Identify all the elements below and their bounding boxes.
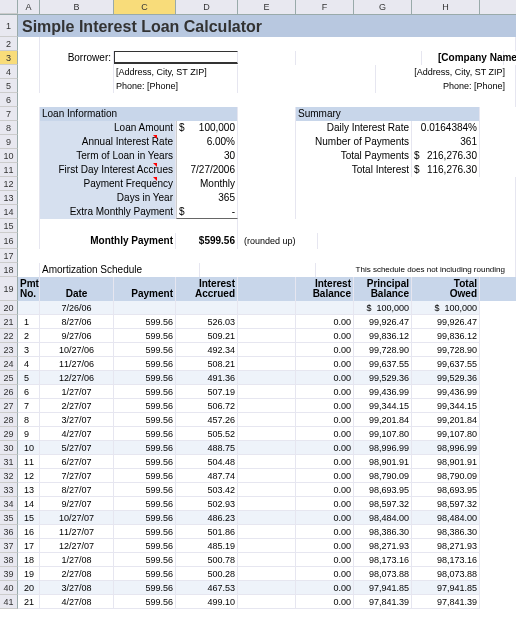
summary-label-2: Total Payments [296,149,412,163]
pmt-date: 2/27/08 [40,567,114,581]
row-header-26[interactable]: 26 [0,385,18,399]
row-header-36[interactable]: 36 [0,525,18,539]
row-header-2[interactable]: 2 [0,37,18,51]
int-accrued: 500.28 [176,567,238,581]
init-owed: $ 100,000 [412,301,480,315]
row-header-1[interactable]: 1 [0,15,18,37]
loan-value-4[interactable]: Monthly [176,177,238,191]
col-header-h[interactable]: H [412,0,480,14]
col-header-a[interactable]: A [18,0,40,14]
row-header-6[interactable]: 6 [0,93,18,107]
row-header-31[interactable]: 31 [0,455,18,469]
pmt-no: 8 [18,413,40,427]
row-header-13[interactable]: 13 [0,191,18,205]
loan-value-3[interactable]: 7/27/2006 [176,163,238,177]
row-header-5[interactable]: 5 [0,79,18,93]
prin-balance: 99,529.36 [354,371,412,385]
total-owed: 98,173.16 [412,553,480,567]
col-header-b[interactable]: B [40,0,114,14]
row-header-16[interactable]: 16 [0,233,18,249]
row-header-28[interactable]: 28 [0,413,18,427]
row-header-20[interactable]: 20 [0,301,18,315]
pmt-amount: 599.56 [114,553,176,567]
loan-info-header: Loan Information [40,107,238,121]
row-header-7[interactable]: 7 [0,107,18,121]
summary-value-3: $116,276.30 [412,163,480,177]
col-header-e[interactable]: E [238,0,296,14]
row-header-22[interactable]: 22 [0,329,18,343]
row-header-17[interactable]: 17 [0,249,18,263]
loan-value-0[interactable]: $100,000 [176,121,238,135]
int-balance: 0.00 [296,455,354,469]
hdr-payment: Payment [114,277,176,301]
row-header-32[interactable]: 32 [0,469,18,483]
int-balance: 0.00 [296,497,354,511]
int-accrued: 502.93 [176,497,238,511]
row-header-34[interactable]: 34 [0,497,18,511]
row-header-37[interactable]: 37 [0,539,18,553]
col-header-d[interactable]: D [176,0,238,14]
pmt-no: 17 [18,539,40,553]
int-accrued: 506.72 [176,399,238,413]
row-header-18[interactable]: 18 [0,263,18,277]
row-header-9[interactable]: 9 [0,135,18,149]
init-prin: $ 100,000 [354,301,412,315]
pmt-date: 11/27/06 [40,357,114,371]
row-header-38[interactable]: 38 [0,553,18,567]
page-title: Simple Interest Loan Calculator [18,15,516,37]
row-header-27[interactable]: 27 [0,399,18,413]
row-header-41[interactable]: 41 [0,595,18,609]
col-header-c[interactable]: C [114,0,176,14]
schedule-note: This schedule does not including roundin… [316,263,516,277]
column-headers[interactable]: A B C D E F G H [0,0,516,15]
row-header-3[interactable]: 3 [0,51,18,65]
spreadsheet: A B C D E F G H 1 Simple Interest Loan C… [0,0,516,609]
pmt-amount: 599.56 [114,483,176,497]
int-accrued: 508.21 [176,357,238,371]
pmt-amount: 599.56 [114,427,176,441]
pmt-date: 12/27/06 [40,371,114,385]
pmt-date: 5/27/07 [40,441,114,455]
row-header-21[interactable]: 21 [0,315,18,329]
loan-value-1[interactable]: 6.00% [176,135,238,149]
row-header-40[interactable]: 40 [0,581,18,595]
row-header-8[interactable]: 8 [0,121,18,135]
total-owed: 99,436.99 [412,385,480,399]
int-accrued: 487.74 [176,469,238,483]
row-header-35[interactable]: 35 [0,511,18,525]
row-header-30[interactable]: 30 [0,441,18,455]
total-owed: 99,728.90 [412,343,480,357]
loan-value-6[interactable]: $- [176,205,238,219]
total-owed: 98,693.95 [412,483,480,497]
row-header-15[interactable]: 15 [0,219,18,233]
pmt-no: 10 [18,441,40,455]
col-header-f[interactable]: F [296,0,354,14]
row-header-10[interactable]: 10 [0,149,18,163]
row-header-14[interactable]: 14 [0,205,18,219]
col-header-g[interactable]: G [354,0,412,14]
loan-value-5[interactable]: 365 [176,191,238,205]
total-owed: 99,926.47 [412,315,480,329]
loan-value-2[interactable]: 30 [176,149,238,163]
int-accrued: 486.23 [176,511,238,525]
loan-label-6: Extra Monthly Payment [40,205,176,219]
pmt-date: 10/27/07 [40,511,114,525]
row-header-25[interactable]: 25 [0,371,18,385]
row-header-39[interactable]: 39 [0,567,18,581]
row-header-29[interactable]: 29 [0,427,18,441]
row-header-24[interactable]: 24 [0,357,18,371]
prin-balance: 98,693.95 [354,483,412,497]
int-balance: 0.00 [296,483,354,497]
row-header-33[interactable]: 33 [0,483,18,497]
row-header-4[interactable]: 4 [0,65,18,79]
row-header-19[interactable]: 19 [0,277,18,301]
row-header-12[interactable]: 12 [0,177,18,191]
int-accrued: 488.75 [176,441,238,455]
int-balance: 0.00 [296,371,354,385]
int-balance: 0.00 [296,581,354,595]
row-header-11[interactable]: 11 [0,163,18,177]
int-accrued: 526.03 [176,315,238,329]
corner-cell[interactable] [0,0,18,14]
row-header-23[interactable]: 23 [0,343,18,357]
borrower-input[interactable] [114,51,238,64]
